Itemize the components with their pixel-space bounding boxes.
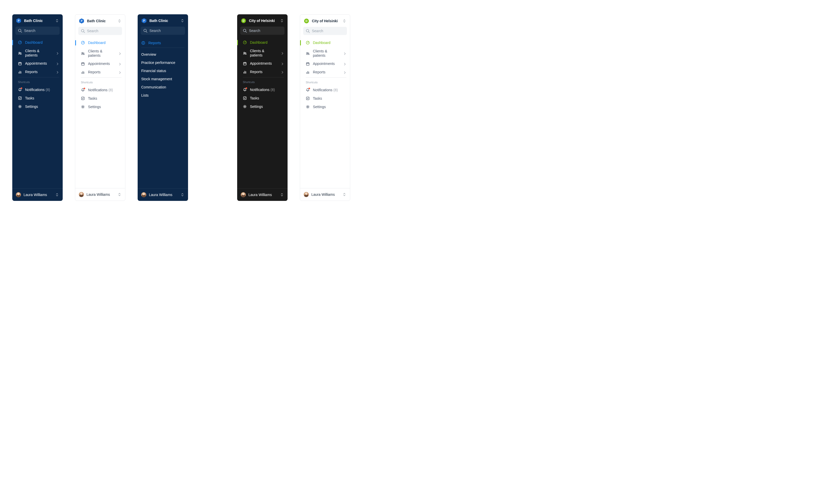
nav-reports[interactable]: Reports — [300, 68, 350, 76]
bar-chart-icon — [18, 70, 22, 74]
search-placeholder: Search — [87, 29, 98, 33]
divider — [81, 77, 121, 78]
nav-label: Notifications(8) — [25, 88, 59, 92]
search-input[interactable]: Search — [141, 27, 185, 35]
sub-practice-performance[interactable]: Practice performance — [138, 58, 188, 67]
sidebar-bath-reports: P Bath Clinic Search Reports Overview Pr… — [138, 14, 188, 201]
org-switcher[interactable]: P Bath Clinic — [12, 14, 63, 27]
svg-text:D: D — [242, 19, 244, 22]
nav-reports[interactable]: Reports — [12, 68, 63, 76]
main-nav: Dashboard Clients & patients Appointment… — [12, 38, 63, 114]
org-switcher[interactable]: P Bath Clinic — [138, 14, 188, 27]
bar-chart-icon — [243, 70, 247, 74]
org-switcher[interactable]: P Bath Clinic — [75, 15, 125, 27]
user-switcher[interactable]: Laura Williams — [12, 188, 63, 201]
nav-settings[interactable]: Settings — [12, 102, 63, 111]
nav-label: Reports — [313, 70, 340, 74]
main-nav: Dashboard Clients & patients Appointment… — [75, 39, 125, 114]
avatar — [79, 192, 84, 197]
nav-appointments[interactable]: Appointments — [75, 59, 125, 68]
main-nav: Dashboard Clients & patients Appointment… — [300, 39, 350, 114]
people-icon — [306, 51, 310, 55]
nav-label: Dashboard — [313, 41, 347, 45]
search-placeholder: Search — [312, 29, 323, 33]
sub-lists[interactable]: Lists — [138, 91, 188, 99]
back-circle-icon — [141, 41, 145, 45]
user-name: Laura Williams — [248, 193, 277, 197]
nav-clients[interactable]: Clients & patients — [12, 47, 63, 59]
nav-label: Notifications(8) — [88, 88, 121, 92]
nav-label: Clients & patients — [25, 49, 52, 57]
divider — [18, 77, 59, 77]
nav-label: Reports — [88, 70, 115, 74]
nav-notifications[interactable]: Notifications(8) — [12, 85, 63, 94]
sub-stock-management[interactable]: Stock management — [138, 75, 188, 83]
nav-dashboard[interactable]: Dashboard — [300, 39, 350, 47]
nav-tasks[interactable]: Tasks — [75, 94, 125, 103]
nav-appointments[interactable]: Appointments — [237, 59, 288, 68]
chevron-right-icon — [280, 62, 284, 66]
sub-overview[interactable]: Overview — [138, 50, 188, 58]
chevron-right-icon — [118, 62, 121, 66]
nav-dashboard[interactable]: Dashboard — [237, 38, 288, 47]
org-switcher[interactable]: D City of Helsinki — [300, 15, 350, 27]
org-logo-p-icon: P — [16, 18, 22, 24]
notification-dot-icon — [21, 87, 22, 89]
chevron-updown-icon — [55, 193, 59, 197]
nav-settings[interactable]: Settings — [237, 102, 288, 111]
chevron-right-icon — [280, 51, 284, 55]
search-input[interactable]: Search — [240, 27, 285, 35]
search-input[interactable]: Search — [78, 27, 122, 35]
calendar-icon — [306, 62, 310, 66]
sub-financial-status[interactable]: Financial status — [138, 67, 188, 75]
sidebar-bath-light: P Bath Clinic Search Dashboard Clients &… — [75, 14, 125, 201]
reports-back[interactable]: Reports — [138, 38, 188, 48]
shortcuts-heading: Shortcuts — [75, 81, 125, 86]
user-switcher[interactable]: Laura Williams — [75, 188, 125, 201]
user-name: Laura Williams — [149, 193, 178, 197]
org-logo-p-icon: P — [79, 18, 85, 24]
nav-reports[interactable]: Reports — [237, 68, 288, 76]
nav-dashboard[interactable]: Dashboard — [12, 38, 63, 47]
chevron-updown-icon — [280, 19, 284, 23]
nav-label: Settings — [25, 104, 59, 109]
search-input[interactable]: Search — [303, 27, 347, 35]
sidebar-helsinki-light: D City of Helsinki Search Dashboard Clie… — [300, 14, 350, 201]
nav-clients[interactable]: Clients & patients — [75, 47, 125, 60]
nav-notifications[interactable]: Notifications(8) — [237, 85, 288, 94]
nav-clients[interactable]: Clients & patients — [237, 47, 288, 59]
calendar-icon — [243, 61, 247, 66]
nav-tasks[interactable]: Tasks — [12, 94, 63, 102]
chevron-right-icon — [280, 70, 284, 74]
user-switcher[interactable]: Laura Williams — [300, 188, 350, 201]
nav-label: Notifications(8) — [250, 88, 284, 92]
search-input[interactable]: Search — [15, 27, 60, 35]
nav-settings[interactable]: Settings — [75, 103, 125, 111]
notification-dot-icon — [84, 88, 85, 89]
nav-label: Settings — [250, 104, 284, 109]
nav-tasks[interactable]: Tasks — [237, 94, 288, 102]
nav-tasks[interactable]: Tasks — [300, 94, 350, 103]
search-placeholder: Search — [24, 29, 35, 33]
user-switcher[interactable]: Laura Williams — [237, 188, 288, 201]
chevron-right-icon — [118, 52, 121, 55]
chevron-right-icon — [343, 62, 347, 66]
nav-appointments[interactable]: Appointments — [300, 59, 350, 68]
search-icon — [243, 29, 247, 33]
org-switcher[interactable]: D City of Helsinki — [237, 14, 288, 27]
chevron-updown-icon — [181, 193, 185, 197]
nav-clients[interactable]: Clients & patients — [300, 47, 350, 60]
nav-notifications[interactable]: Notifications(8) — [75, 86, 125, 94]
avatar — [304, 192, 309, 197]
nav-notifications[interactable]: Notifications(8) — [300, 86, 350, 94]
nav-appointments[interactable]: Appointments — [12, 59, 63, 68]
user-switcher[interactable]: Laura Williams — [138, 188, 188, 201]
gear-icon — [306, 105, 310, 109]
org-name: Bath Clinic — [149, 19, 178, 23]
nav-reports[interactable]: Reports — [75, 68, 125, 76]
sub-communication[interactable]: Communication — [138, 83, 188, 91]
org-name: Bath Clinic — [24, 19, 52, 23]
nav-settings[interactable]: Settings — [300, 103, 350, 111]
nav-label: Appointments — [250, 61, 277, 66]
nav-dashboard[interactable]: Dashboard — [75, 39, 125, 47]
